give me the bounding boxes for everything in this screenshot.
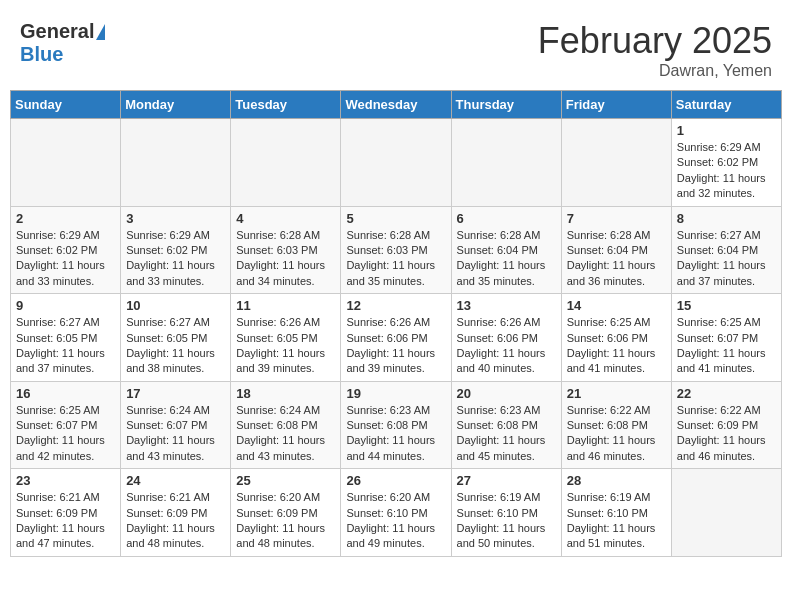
- calendar-day: 3Sunrise: 6:29 AMSunset: 6:02 PMDaylight…: [121, 206, 231, 294]
- day-number: 11: [236, 298, 335, 313]
- calendar-day: 4Sunrise: 6:28 AMSunset: 6:03 PMDaylight…: [231, 206, 341, 294]
- day-info: Sunrise: 6:28 AMSunset: 6:03 PMDaylight:…: [236, 228, 335, 290]
- day-info: Sunrise: 6:27 AMSunset: 6:04 PMDaylight:…: [677, 228, 776, 290]
- day-number: 3: [126, 211, 225, 226]
- calendar-day: 12Sunrise: 6:26 AMSunset: 6:06 PMDayligh…: [341, 294, 451, 382]
- header-saturday: Saturday: [671, 91, 781, 119]
- calendar-day: 2Sunrise: 6:29 AMSunset: 6:02 PMDaylight…: [11, 206, 121, 294]
- logo-blue-text: Blue: [20, 43, 63, 65]
- day-info: Sunrise: 6:21 AMSunset: 6:09 PMDaylight:…: [16, 490, 115, 552]
- day-info: Sunrise: 6:28 AMSunset: 6:03 PMDaylight:…: [346, 228, 445, 290]
- header-friday: Friday: [561, 91, 671, 119]
- day-info: Sunrise: 6:27 AMSunset: 6:05 PMDaylight:…: [16, 315, 115, 377]
- calendar-day: [11, 119, 121, 207]
- day-info: Sunrise: 6:25 AMSunset: 6:07 PMDaylight:…: [16, 403, 115, 465]
- day-info: Sunrise: 6:22 AMSunset: 6:08 PMDaylight:…: [567, 403, 666, 465]
- calendar-day: 13Sunrise: 6:26 AMSunset: 6:06 PMDayligh…: [451, 294, 561, 382]
- day-number: 24: [126, 473, 225, 488]
- day-info: Sunrise: 6:24 AMSunset: 6:07 PMDaylight:…: [126, 403, 225, 465]
- day-info: Sunrise: 6:26 AMSunset: 6:06 PMDaylight:…: [457, 315, 556, 377]
- day-info: Sunrise: 6:28 AMSunset: 6:04 PMDaylight:…: [457, 228, 556, 290]
- day-number: 10: [126, 298, 225, 313]
- calendar-day: 23Sunrise: 6:21 AMSunset: 6:09 PMDayligh…: [11, 469, 121, 557]
- calendar-title: February 2025: [538, 20, 772, 62]
- logo-triangle-icon: [96, 24, 105, 40]
- calendar-day: 25Sunrise: 6:20 AMSunset: 6:09 PMDayligh…: [231, 469, 341, 557]
- day-number: 19: [346, 386, 445, 401]
- day-number: 26: [346, 473, 445, 488]
- calendar-week-5: 23Sunrise: 6:21 AMSunset: 6:09 PMDayligh…: [11, 469, 782, 557]
- day-number: 2: [16, 211, 115, 226]
- day-number: 18: [236, 386, 335, 401]
- day-number: 15: [677, 298, 776, 313]
- day-info: Sunrise: 6:28 AMSunset: 6:04 PMDaylight:…: [567, 228, 666, 290]
- day-info: Sunrise: 6:29 AMSunset: 6:02 PMDaylight:…: [16, 228, 115, 290]
- day-number: 6: [457, 211, 556, 226]
- header-thursday: Thursday: [451, 91, 561, 119]
- calendar-day: 5Sunrise: 6:28 AMSunset: 6:03 PMDaylight…: [341, 206, 451, 294]
- calendar-day: 7Sunrise: 6:28 AMSunset: 6:04 PMDaylight…: [561, 206, 671, 294]
- calendar-day: 28Sunrise: 6:19 AMSunset: 6:10 PMDayligh…: [561, 469, 671, 557]
- calendar-day: 24Sunrise: 6:21 AMSunset: 6:09 PMDayligh…: [121, 469, 231, 557]
- logo: General Blue: [20, 20, 105, 66]
- day-number: 28: [567, 473, 666, 488]
- day-info: Sunrise: 6:23 AMSunset: 6:08 PMDaylight:…: [457, 403, 556, 465]
- day-info: Sunrise: 6:19 AMSunset: 6:10 PMDaylight:…: [567, 490, 666, 552]
- calendar-day: 22Sunrise: 6:22 AMSunset: 6:09 PMDayligh…: [671, 381, 781, 469]
- day-number: 13: [457, 298, 556, 313]
- calendar-day: 14Sunrise: 6:25 AMSunset: 6:06 PMDayligh…: [561, 294, 671, 382]
- day-info: Sunrise: 6:25 AMSunset: 6:06 PMDaylight:…: [567, 315, 666, 377]
- header-tuesday: Tuesday: [231, 91, 341, 119]
- calendar-day: 15Sunrise: 6:25 AMSunset: 6:07 PMDayligh…: [671, 294, 781, 382]
- calendar-day: 18Sunrise: 6:24 AMSunset: 6:08 PMDayligh…: [231, 381, 341, 469]
- day-info: Sunrise: 6:19 AMSunset: 6:10 PMDaylight:…: [457, 490, 556, 552]
- day-number: 16: [16, 386, 115, 401]
- day-number: 1: [677, 123, 776, 138]
- day-number: 14: [567, 298, 666, 313]
- calendar-day: 27Sunrise: 6:19 AMSunset: 6:10 PMDayligh…: [451, 469, 561, 557]
- calendar-day: [231, 119, 341, 207]
- logo-general-text: General: [20, 20, 94, 43]
- day-number: 12: [346, 298, 445, 313]
- day-info: Sunrise: 6:22 AMSunset: 6:09 PMDaylight:…: [677, 403, 776, 465]
- day-number: 21: [567, 386, 666, 401]
- day-info: Sunrise: 6:24 AMSunset: 6:08 PMDaylight:…: [236, 403, 335, 465]
- calendar-day: 21Sunrise: 6:22 AMSunset: 6:08 PMDayligh…: [561, 381, 671, 469]
- calendar-day: [671, 469, 781, 557]
- calendar-day: 8Sunrise: 6:27 AMSunset: 6:04 PMDaylight…: [671, 206, 781, 294]
- calendar-week-1: 1Sunrise: 6:29 AMSunset: 6:02 PMDaylight…: [11, 119, 782, 207]
- day-info: Sunrise: 6:26 AMSunset: 6:05 PMDaylight:…: [236, 315, 335, 377]
- day-number: 20: [457, 386, 556, 401]
- calendar-day: 6Sunrise: 6:28 AMSunset: 6:04 PMDaylight…: [451, 206, 561, 294]
- calendar-week-2: 2Sunrise: 6:29 AMSunset: 6:02 PMDaylight…: [11, 206, 782, 294]
- calendar-week-4: 16Sunrise: 6:25 AMSunset: 6:07 PMDayligh…: [11, 381, 782, 469]
- day-number: 27: [457, 473, 556, 488]
- calendar-day: 10Sunrise: 6:27 AMSunset: 6:05 PMDayligh…: [121, 294, 231, 382]
- day-number: 7: [567, 211, 666, 226]
- calendar-table: Sunday Monday Tuesday Wednesday Thursday…: [10, 90, 782, 557]
- header-sunday: Sunday: [11, 91, 121, 119]
- header-wednesday: Wednesday: [341, 91, 451, 119]
- calendar-day: 19Sunrise: 6:23 AMSunset: 6:08 PMDayligh…: [341, 381, 451, 469]
- title-block: February 2025 Dawran, Yemen: [538, 20, 772, 80]
- header-monday: Monday: [121, 91, 231, 119]
- calendar-day: 11Sunrise: 6:26 AMSunset: 6:05 PMDayligh…: [231, 294, 341, 382]
- calendar-location: Dawran, Yemen: [538, 62, 772, 80]
- calendar-day: 17Sunrise: 6:24 AMSunset: 6:07 PMDayligh…: [121, 381, 231, 469]
- day-number: 8: [677, 211, 776, 226]
- page-header: General Blue February 2025 Dawran, Yemen: [10, 10, 782, 85]
- day-info: Sunrise: 6:29 AMSunset: 6:02 PMDaylight:…: [126, 228, 225, 290]
- calendar-day: 1Sunrise: 6:29 AMSunset: 6:02 PMDaylight…: [671, 119, 781, 207]
- calendar-day: [561, 119, 671, 207]
- calendar-day: 16Sunrise: 6:25 AMSunset: 6:07 PMDayligh…: [11, 381, 121, 469]
- calendar-day: [451, 119, 561, 207]
- day-number: 4: [236, 211, 335, 226]
- day-number: 17: [126, 386, 225, 401]
- day-info: Sunrise: 6:20 AMSunset: 6:10 PMDaylight:…: [346, 490, 445, 552]
- calendar-day: [121, 119, 231, 207]
- day-info: Sunrise: 6:25 AMSunset: 6:07 PMDaylight:…: [677, 315, 776, 377]
- day-info: Sunrise: 6:27 AMSunset: 6:05 PMDaylight:…: [126, 315, 225, 377]
- day-info: Sunrise: 6:20 AMSunset: 6:09 PMDaylight:…: [236, 490, 335, 552]
- calendar-header-row: Sunday Monday Tuesday Wednesday Thursday…: [11, 91, 782, 119]
- day-number: 5: [346, 211, 445, 226]
